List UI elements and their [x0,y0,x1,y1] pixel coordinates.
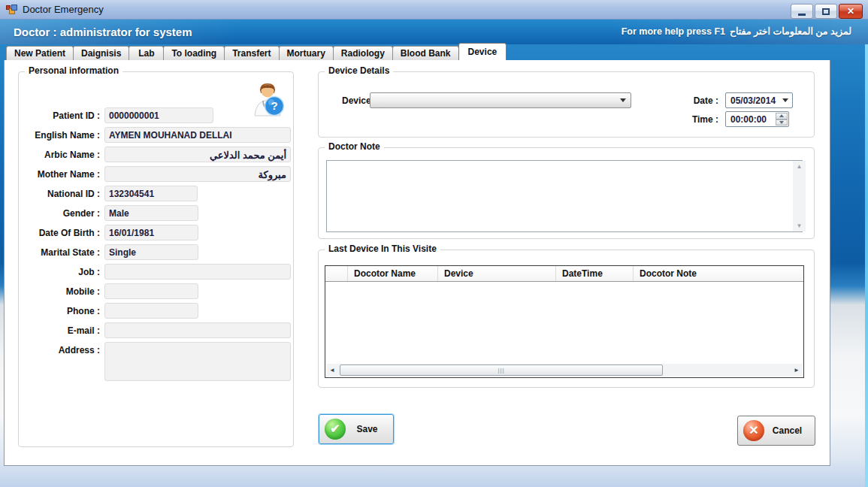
mother-name-field[interactable]: مبروكة [104,166,291,182]
tab-daignisis[interactable]: Daignisis [73,46,129,60]
english-name-label: English Name : [20,130,100,141]
device-label: Device [342,95,371,106]
mobile-label: Mobile : [20,286,100,297]
minimize-button[interactable] [791,4,813,19]
phone-field[interactable] [104,303,198,319]
window-right-border [865,20,868,487]
tab-to-loading[interactable]: To loading [163,46,225,60]
marital-state-label: Marital State : [20,247,100,258]
close-icon: ✕ [847,6,854,17]
mother-name-label: Mother Name : [20,169,100,180]
grid-header-doctor-name[interactable]: Docotor Name [348,266,438,281]
time-down-button[interactable] [776,119,788,126]
doctor-note-textarea[interactable] [326,160,803,232]
cancel-button[interactable]: ✕ Cancel [737,416,815,446]
doctor-note-scrollbar[interactable]: ▲ ▼ [793,161,806,231]
device-combobox[interactable] [370,92,631,108]
time-up-button[interactable] [776,113,788,119]
save-button-label: Save [346,424,393,434]
time-spinner-value: 00:00:00 [730,114,767,125]
tab-strip: New Patient Daignisis Lab To loading Tra… [6,46,506,60]
national-id-label: National ID : [20,189,100,199]
mobile-field[interactable] [104,283,198,299]
header-banner: Doctor : administrator for system For mo… [0,20,868,44]
last-device-group: Last Device In This Visite Docotor Name … [318,250,815,388]
job-label: Job : [20,267,100,277]
page-title: Doctor : administrator for system [14,26,192,38]
tab-lab[interactable]: Lab [129,46,164,60]
phone-label: Phone : [20,306,100,316]
date-of-birth-field[interactable]: 16/01/1981 [104,225,198,240]
save-button[interactable]: ✔ Save [319,414,394,444]
title-bar: Doctor Emergency ✕ [0,0,868,20]
arbic-name-label: Arbic Name : [20,150,100,160]
national-id-field[interactable]: 132304541 [104,186,198,201]
scrollbar-thumb[interactable]: ||| [340,364,663,376]
gender-label: Gender : [20,208,100,219]
doctor-help-icon: ? [250,81,286,117]
svg-text:?: ? [271,99,277,112]
tab-transfert[interactable]: Transfert [224,46,279,60]
marital-state-field[interactable]: Single [104,244,198,260]
grid-row-selector-header [325,266,348,281]
tab-device[interactable]: Device [458,43,507,60]
tab-radiology[interactable]: Radiology [333,46,393,60]
last-device-title: Last Device In This Visite [325,244,440,254]
personal-information-group: Personal information ? Patient ID :00000… [18,71,294,447]
arrow-up-icon [779,114,784,117]
arrow-down-icon [779,121,784,124]
grid-horizontal-scrollbar[interactable]: ◄ ||| ► [326,364,803,377]
app-icon [6,4,18,16]
minimize-icon [798,14,806,16]
maximize-icon [822,8,830,15]
patient-id-field[interactable]: 0000000001 [104,107,213,123]
doctor-note-title: Doctor Note [325,141,384,152]
doctor-note-group: Doctor Note ▲ ▼ [318,147,815,239]
scroll-right-icon[interactable]: ► [791,367,803,374]
device-tab-page: Personal information ? Patient ID :00000… [4,60,830,466]
scroll-down-icon[interactable]: ▼ [797,220,803,231]
window-title: Doctor Emergency [23,4,104,15]
email-label: E-mail : [20,325,100,336]
x-icon: ✕ [743,420,764,441]
english-name-field[interactable]: AYMEN MOUHANAD DELLAI [104,127,291,143]
last-device-grid[interactable]: Docotor Name Device DateTime Docotor Not… [325,265,804,378]
help-text: For more help press F1لمزيد من المعلومات… [622,26,851,37]
job-field[interactable] [104,264,291,280]
grid-body-empty [325,282,803,364]
personal-information-title: Personal information [25,65,122,76]
check-icon: ✔ [325,419,346,440]
tab-mortuary[interactable]: Mortuary [279,46,334,60]
date-picker-value: 05/03/2014 [730,95,776,106]
time-spinner[interactable]: 00:00:00 [725,111,789,127]
arbic-name-field[interactable]: أيمن محمد الدلاعي [104,147,291,162]
address-label: Address : [20,342,100,355]
grid-header-device[interactable]: Device [438,266,556,281]
email-field[interactable] [104,322,291,338]
gender-field[interactable]: Male [104,205,198,221]
chevron-down-icon [620,98,626,102]
grid-header-doctor-note[interactable]: Docotor Note [634,266,803,281]
cancel-button-label: Cancel [764,425,815,436]
grid-header-row: Docotor Name Device DateTime Docotor Not… [325,266,803,282]
grid-header-datetime[interactable]: DateTime [556,266,634,281]
time-label: Time : [688,114,718,125]
date-of-birth-label: Date Of Birth : [20,228,100,238]
help-text-en: For more help press F1 [622,26,725,37]
tab-blood-bank[interactable]: Blood Bank [392,46,459,60]
tab-new-patient[interactable]: New Patient [6,46,74,60]
scroll-left-icon[interactable]: ◄ [326,367,338,374]
patient-id-label: Patient ID : [20,110,100,121]
help-text-ar: لمزيد من المعلومات اختر مفتاح [730,26,851,37]
close-button[interactable]: ✕ [839,4,863,19]
date-picker[interactable]: 05/03/2014 [725,92,793,108]
chevron-down-icon [782,98,788,102]
address-field[interactable] [104,342,291,381]
scroll-up-icon[interactable]: ▲ [797,161,803,172]
device-details-group: Device Details Device Date : 05/03/2014 … [318,71,815,138]
date-label: Date : [688,95,718,106]
device-details-title: Device Details [325,65,393,76]
maximize-button[interactable] [815,4,837,19]
